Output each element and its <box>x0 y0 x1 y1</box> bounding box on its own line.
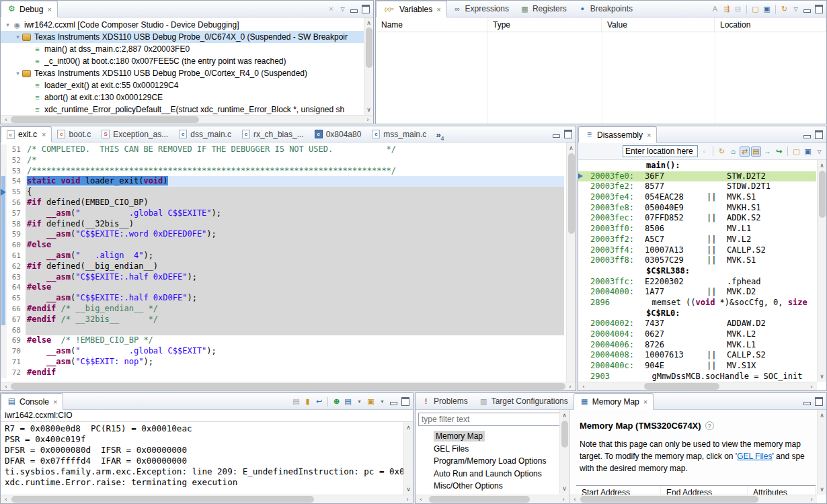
show-logical-structure-icon[interactable]: ⇶ <box>721 4 732 14</box>
editor-tab-Exception-as-[interactable]: SException_as... <box>96 126 173 142</box>
debug-tree-row[interactable]: ≡xdc_runtime_Error_policyDefault__E(stru… <box>1 103 364 116</box>
next-pc-icon[interactable]: ↪ <box>774 146 784 157</box>
scroll-left-icon[interactable]: ‹ <box>416 495 426 503</box>
detail-hscrollbar[interactable]: ‹ › <box>569 495 817 503</box>
editor-tab-0x804a80[interactable]: c0x804a80 <box>309 126 367 142</box>
scroll-left-icon[interactable]: ‹ <box>579 382 588 390</box>
editor-tab-boot-c[interactable]: cboot.c <box>52 126 96 142</box>
disassembly-content[interactable]: main():20003fe0:36F7STW.D2T220003fe2:857… <box>578 160 826 390</box>
editor-tab-mss-main-c[interactable]: cmss_main.c <box>366 126 432 142</box>
minimize-icon[interactable] <box>349 4 359 14</box>
scroll-down-icon[interactable]: ∨ <box>818 485 826 494</box>
word-wrap-icon[interactable]: ↩ <box>314 396 324 407</box>
view-menu-icon[interactable]: ▽ <box>338 4 348 14</box>
expand-chevron-icon[interactable]: ▾ <box>13 70 22 77</box>
column-header-name[interactable]: Name <box>376 17 487 32</box>
scroll-up-icon[interactable]: ∧ <box>560 411 569 420</box>
scroll-down-icon[interactable]: ∨ <box>404 485 413 494</box>
pin-console-icon[interactable]: ⊕ <box>331 396 342 407</box>
filter-input[interactable] <box>418 413 565 426</box>
variables-table[interactable]: NameTypeValueLocation <box>376 17 826 124</box>
options-list-item[interactable]: Program/Memory Load Options <box>416 455 559 468</box>
expand-chevron-icon[interactable]: ▾ <box>3 22 12 28</box>
maximize-icon[interactable] <box>400 396 410 407</box>
close-icon[interactable]: × <box>42 130 46 138</box>
column-header-type[interactable]: Type <box>487 17 602 32</box>
sync-pc-icon[interactable]: ⇄ <box>740 146 750 157</box>
debug-tree[interactable]: ▾◉iwr1642.ccxml [Code Composer Studio - … <box>1 17 373 124</box>
remove-launch-icon[interactable]: ▤ <box>291 396 301 407</box>
scroll-left-icon[interactable]: ‹ <box>1 382 11 390</box>
scroll-right-icon[interactable]: › <box>807 495 816 503</box>
minimize-icon[interactable] <box>802 4 812 14</box>
scroll-right-icon[interactable]: › <box>559 495 568 503</box>
maximize-icon[interactable] <box>814 396 824 407</box>
minimize-icon[interactable] <box>802 130 812 140</box>
options-list-item[interactable]: Misc/Other Options <box>416 480 559 493</box>
home-icon[interactable]: ⌂ <box>728 146 738 157</box>
scroll-left-icon[interactable]: ‹ <box>570 495 580 503</box>
scroll-up-icon[interactable]: ∧ <box>818 161 826 170</box>
tab-console[interactable]: ▤ Console × <box>1 393 63 410</box>
close-icon[interactable]: × <box>47 5 51 13</box>
column-header-value[interactable]: Value <box>602 17 715 32</box>
debug-tree-row[interactable]: ▾Texas Instruments XDS110 USB Debug Prob… <box>1 31 364 43</box>
tab-registers[interactable]: ▦Registers <box>514 1 572 17</box>
debug-tree-row[interactable]: ≡main() at dss_main.c:2,887 0x20003FE0 <box>1 43 364 55</box>
tab-debug[interactable]: ⚙ Debug × <box>1 1 58 17</box>
scroll-left-icon[interactable]: ‹ <box>1 495 11 503</box>
close-icon[interactable]: × <box>647 131 651 139</box>
minimize-icon[interactable] <box>389 396 399 407</box>
options-list-item[interactable]: Auto Run and Launch Options <box>416 468 559 480</box>
tab-breakpoints[interactable]: ●Breakpoints <box>572 1 638 17</box>
collapse-all-icon[interactable]: ⊟ <box>733 4 743 14</box>
gel-files-link[interactable]: GEL Files <box>737 452 772 461</box>
debug-tree-row[interactable]: ▾◉iwr1642.ccxml [Code Composer Studio - … <box>1 19 364 31</box>
remove-all-terminated-icon[interactable]: × <box>326 4 336 14</box>
show-type-names-icon[interactable]: A <box>710 4 720 14</box>
scroll-right-icon[interactable]: › <box>403 495 412 503</box>
tab-variables[interactable]: (x)=Variables× <box>376 1 447 17</box>
scroll-down-icon[interactable]: ∨ <box>364 105 373 114</box>
options-list-item[interactable]: GEL Files <box>416 443 559 456</box>
scroll-up-icon[interactable]: ∧ <box>818 411 826 420</box>
pin-view-icon[interactable]: ▢ <box>791 146 801 157</box>
tab-memory-map[interactable]: ▦Memory Map× <box>574 393 654 410</box>
editor-vscrollbar[interactable]: ∧ <box>566 142 576 382</box>
expand-chevron-icon[interactable]: ▾ <box>13 34 22 40</box>
editor-tab-dss-main-c[interactable]: cdss_main.c <box>173 126 237 142</box>
close-icon[interactable]: × <box>53 398 57 406</box>
pin-view-icon[interactable]: ▢ <box>750 4 760 14</box>
location-input[interactable] <box>623 145 698 157</box>
scroll-right-icon[interactable]: › <box>807 382 816 390</box>
open-new-view-icon[interactable]: ▣ <box>803 146 813 157</box>
debug-options-list[interactable]: Memory MapGEL FilesProgram/Memory Load O… <box>416 430 559 494</box>
tab-problems[interactable]: !Problems <box>416 393 473 409</box>
tab-target-configurations[interactable]: ▥Target Configurations <box>473 393 574 409</box>
console-vscrollbar[interactable]: ∧ ∨ <box>403 422 413 495</box>
refresh-icon[interactable]: ↻ <box>717 146 727 157</box>
editor-tab-rx-ch-bias-[interactable]: crx_ch_bias_... <box>237 126 309 142</box>
maximize-icon[interactable] <box>814 4 824 14</box>
view-menu-icon[interactable]: ▽ <box>814 146 824 157</box>
disassembly-hscrollbar[interactable]: ‹ › <box>578 382 817 390</box>
close-icon[interactable]: × <box>643 398 647 406</box>
scroll-down-icon[interactable]: ∨ <box>818 372 826 381</box>
view-menu-icon[interactable]: ▽ <box>791 4 801 14</box>
debug-tree-row[interactable]: ≡loader_exit() at exit.c:55 0x000129C4 <box>1 79 364 91</box>
disassembly-vscrollbar[interactable]: ∧ ∨ <box>817 160 826 382</box>
display-console-menu-caret[interactable]: ▾ <box>354 396 364 407</box>
console-hscrollbar[interactable]: ‹ › <box>1 495 413 503</box>
editor-hscrollbar[interactable]: ‹ › <box>1 382 576 390</box>
scroll-down-icon[interactable]: ∨ <box>560 484 569 493</box>
tab-disassembly[interactable]: ≡ Disassembly × <box>578 126 657 143</box>
scroll-up-icon[interactable]: ∧ <box>567 143 576 153</box>
display-selected-console-icon[interactable]: ▤ <box>343 396 353 407</box>
column-header-location[interactable]: Location <box>715 17 826 32</box>
scroll-right-icon[interactable]: › <box>363 116 372 124</box>
show-source-icon[interactable]: ▤ <box>751 146 761 157</box>
minimize-icon[interactable] <box>551 129 561 139</box>
goto-address-button[interactable]: ◦ <box>699 146 709 157</box>
debug-tree-row[interactable]: ≡abort() at exit.c:130 0x000129CE <box>1 91 364 103</box>
scroll-lock-icon[interactable]: ▮ <box>303 396 313 407</box>
